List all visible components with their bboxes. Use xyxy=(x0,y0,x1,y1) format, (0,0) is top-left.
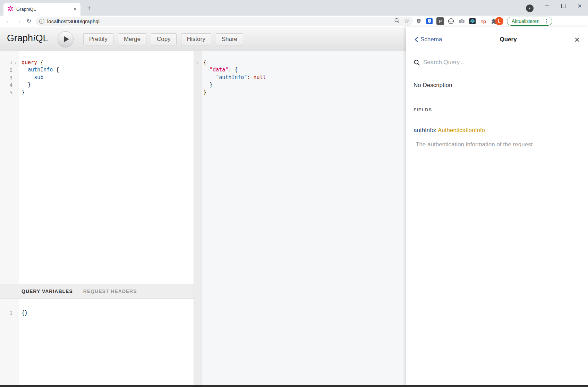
chevron-down-icon: ▾ xyxy=(529,6,530,10)
query-editor[interactable]: 1▾2345 query { authInfo { sub }} xyxy=(0,51,194,284)
code-line: "authInfo": null xyxy=(203,74,266,81)
graphiql-app: GraphiQL Prettify Merge Copy History Sha… xyxy=(0,27,588,385)
line-number: 2 xyxy=(0,67,12,74)
field-item: authInfo: AuthenticationInfo xyxy=(414,127,580,134)
code-line: } xyxy=(22,81,59,88)
graphql-favicon-icon xyxy=(8,6,13,13)
code-line: "data": { xyxy=(203,66,266,74)
history-button[interactable]: History xyxy=(181,33,211,45)
taskbar-edge xyxy=(0,385,588,387)
result-viewer[interactable]: ▾ { "data": { "authInfo": null }} xyxy=(194,51,406,385)
window-close-button[interactable]: × xyxy=(574,1,585,10)
crosshair-extension-icon[interactable] xyxy=(447,17,455,25)
react-devtools-extension-icon[interactable] xyxy=(469,17,476,25)
gutter-line: 5 xyxy=(0,89,19,96)
docs-back-link[interactable]: Schema xyxy=(414,36,442,43)
result-json: { "data": { "authInfo": null }} xyxy=(202,51,266,385)
doc-explorer: Schema Query × Search Query... No Descri… xyxy=(406,27,588,385)
reload-button[interactable]: ↻ xyxy=(24,16,33,27)
logo-text-ql: QL xyxy=(36,33,48,43)
fold-arrow-icon[interactable]: ▾ xyxy=(194,59,202,67)
prettify-button[interactable]: Prettify xyxy=(83,33,113,45)
zoom-icon[interactable] xyxy=(394,18,400,25)
variables-editor-gutter: 1 xyxy=(0,299,19,385)
query-editor-gutter: 1▾2345 xyxy=(0,51,19,284)
code-line: } xyxy=(203,89,266,96)
update-button-label: Aktualisieren xyxy=(512,18,539,24)
docs-title: Query xyxy=(442,36,574,43)
search-icon xyxy=(414,59,420,66)
new-tab-button[interactable]: + xyxy=(85,3,94,12)
search-placeholder: Search Query... xyxy=(423,59,464,66)
line-number: 3 xyxy=(0,74,12,81)
window-minimize-button[interactable] xyxy=(542,1,552,10)
variables-editor[interactable]: 1 {} xyxy=(0,299,194,385)
browser-menu-icon[interactable]: ⋮ xyxy=(544,18,549,24)
gutter-line: 1▾ xyxy=(0,59,19,67)
chevron-left-icon xyxy=(414,36,418,43)
gutter-line: 1 xyxy=(0,309,19,317)
tab-request-headers[interactable]: REQUEST HEADERS xyxy=(83,289,137,294)
merge-button[interactable]: Merge xyxy=(118,33,146,45)
doc-explorer-header: Schema Query × xyxy=(406,27,588,52)
play-icon xyxy=(64,36,69,42)
camera-extension-icon[interactable] xyxy=(458,17,466,25)
result-pane: ▾ { "data": { "authInfo": null }} xyxy=(194,51,406,385)
docs-search-box[interactable]: Search Query... xyxy=(406,52,588,73)
browser-tab-graphiql[interactable]: GraphiQL × xyxy=(3,3,80,16)
field-type-link[interactable]: AuthenticationInfo xyxy=(438,127,485,134)
browser-window: GraphiQL × + ▾ × ← → ↻ i localhost:3000/… xyxy=(0,0,588,387)
bookmark-star-icon[interactable]: ☆ xyxy=(404,17,409,26)
logo-text: Graph xyxy=(7,33,33,43)
url-text[interactable]: localhost:3000/graphql xyxy=(47,18,100,24)
site-info-icon[interactable]: i xyxy=(39,19,44,24)
fold-arrow-icon[interactable]: ▾ xyxy=(12,59,18,67)
window-maximize-button[interactable] xyxy=(558,1,569,10)
tab-search-button[interactable]: ▾ xyxy=(526,5,534,12)
graphiql-logo: GraphiQL xyxy=(7,33,48,44)
minimize-icon xyxy=(545,6,549,6)
gutter-line: 2 xyxy=(0,67,19,74)
back-button[interactable]: ← xyxy=(4,16,13,27)
code-line: { xyxy=(203,59,266,66)
docs-back-label: Schema xyxy=(420,36,442,43)
variables-editor-code[interactable]: {} xyxy=(19,299,28,385)
field-name-link[interactable]: authInfo xyxy=(414,127,435,134)
tp-extension-icon[interactable]: Tp xyxy=(479,17,487,25)
address-bar[interactable]: i localhost:3000/graphql ☆ xyxy=(36,17,413,26)
logo-italic-i: i xyxy=(33,33,36,43)
variables-tab-bar: QUERY VARIABLES REQUEST HEADERS xyxy=(0,284,194,299)
maximize-icon xyxy=(561,4,565,8)
gutter-line: 4 xyxy=(0,81,19,89)
docs-close-icon[interactable]: × xyxy=(574,36,580,43)
extensions-row: P Tp xyxy=(415,17,498,25)
fields-divider xyxy=(414,118,580,118)
tab-title: GraphiQL xyxy=(16,7,73,12)
update-button[interactable]: Aktualisieren ⋮ xyxy=(507,17,552,26)
line-number: 1 xyxy=(0,309,12,317)
code-line: query { xyxy=(22,59,59,66)
gutter-line: 3 xyxy=(0,74,19,81)
execute-button[interactable] xyxy=(58,31,74,47)
field-description: The authentication information of the re… xyxy=(416,141,580,148)
tab-query-variables[interactable]: QUERY VARIABLES xyxy=(22,289,73,294)
code-line: } xyxy=(203,81,266,88)
code-line: } xyxy=(22,89,59,96)
docs-content: No Description FIELDS authInfo: Authenti… xyxy=(406,73,588,148)
ublock-extension-icon[interactable] xyxy=(415,17,423,25)
query-editor-code[interactable]: query { authInfo { sub }} xyxy=(19,51,59,284)
toolbar-buttons: Prettify Merge Copy History Share xyxy=(83,33,243,45)
line-number: 4 xyxy=(0,81,12,89)
tab-strip: GraphiQL × + ▾ × xyxy=(0,0,588,16)
fields-heading: FIELDS xyxy=(414,107,580,112)
profile-avatar[interactable]: L xyxy=(495,17,503,25)
share-button[interactable]: Share xyxy=(216,33,243,45)
copy-button[interactable]: Copy xyxy=(151,33,177,45)
bitwarden-extension-icon[interactable] xyxy=(426,17,433,25)
line-number: 1 xyxy=(0,59,12,66)
tab-close-icon[interactable]: × xyxy=(73,7,78,12)
code-line: authInfo { xyxy=(22,66,59,74)
forward-button[interactable]: → xyxy=(14,16,23,27)
line-number: 5 xyxy=(0,89,12,96)
p-extension-icon[interactable]: P xyxy=(436,17,444,25)
